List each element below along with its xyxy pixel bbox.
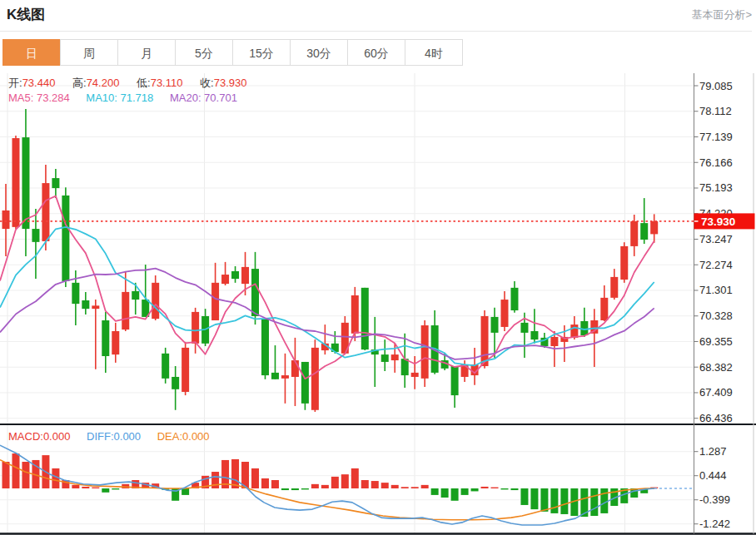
macd-bar: [72, 485, 79, 488]
candle-body: [231, 271, 239, 279]
axis-label: -1.242: [699, 518, 730, 530]
tab-week[interactable]: 周: [60, 39, 118, 66]
macd-bar: [12, 453, 19, 488]
macd-bar: [102, 488, 109, 493]
candles: [2, 109, 659, 412]
macd-value-legend: MACD:0.000: [8, 430, 70, 443]
low-label: 低:: [137, 77, 151, 89]
axis-label: 71.301: [699, 284, 733, 296]
candle-body: [501, 300, 509, 327]
open-value: 73.440: [22, 77, 56, 89]
axis-label: 1.287: [699, 445, 727, 458]
macd-bar: [431, 488, 439, 495]
axis-label: 73.247: [699, 233, 733, 245]
macd-bar: [182, 488, 189, 495]
macd-bar: [451, 488, 459, 501]
macd-bar: [391, 485, 399, 488]
macd-bar: [550, 488, 558, 513]
candle-body: [620, 246, 628, 280]
macd-bar: [471, 488, 479, 491]
tab-month[interactable]: 月: [117, 39, 176, 66]
ma5-line: [0, 196, 654, 379]
candle-body: [610, 277, 618, 298]
candle-body: [82, 300, 89, 309]
macd-bar: [251, 468, 259, 488]
chart-frame: [0, 73, 756, 534]
candle-body: [191, 312, 199, 344]
candle-body: [12, 138, 19, 227]
candle-body: [451, 366, 459, 395]
candle-body: [32, 229, 39, 242]
macd-bar: [441, 488, 449, 498]
candle-body: [261, 319, 269, 375]
tab-60min[interactable]: 60分: [347, 39, 405, 66]
candle-body: [391, 354, 399, 360]
ma-legend: MA5: 73.284 MA10: 71.718 MA20: 70.701: [8, 92, 237, 104]
open-label: 开:: [8, 77, 22, 89]
candle-body: [510, 288, 518, 310]
macd-legend: MACD:0.000 DIFF:0.000 DEA:0.000: [8, 430, 210, 443]
tab-4hour[interactable]: 4时: [405, 39, 463, 66]
candle-body: [92, 305, 99, 309]
candle-body: [520, 323, 528, 333]
candle-body: [640, 223, 648, 240]
axis-label: 75.193: [699, 181, 733, 194]
tab-15min[interactable]: 15分: [232, 39, 291, 66]
candle-body: [132, 291, 139, 300]
low-value: 73.110: [151, 77, 183, 89]
candle-body: [481, 316, 489, 366]
candle-body: [351, 295, 359, 334]
axis-label: 66.436: [699, 412, 733, 424]
candle-body: [411, 373, 419, 377]
macd-bar: [361, 480, 369, 488]
candle-body: [182, 348, 189, 392]
candle-body: [630, 221, 638, 246]
tab-30min[interactable]: 30分: [290, 39, 348, 66]
axis-label: 72.274: [699, 259, 733, 271]
macd-bar: [231, 459, 239, 488]
macd-bar: [401, 487, 409, 488]
axis-label: -0.399: [699, 493, 730, 506]
price-axis: 79.08578.11277.13976.16675.19374.22073.2…: [694, 80, 733, 531]
candle-body: [211, 283, 219, 320]
candle-body: [311, 348, 319, 410]
tab-day[interactable]: 日: [2, 39, 61, 66]
current-price-tag: 73.930: [694, 213, 755, 229]
candle-body: [112, 331, 119, 354]
macd-bar: [291, 488, 299, 490]
ohlc-legend: 开:73.440 高:74.200 低:73.110 收:73.930: [8, 76, 261, 91]
candle-body: [72, 283, 79, 304]
macd-bar: [461, 488, 469, 495]
macd-bar: [2, 462, 10, 488]
high-label: 高:: [72, 77, 87, 89]
candle-body: [530, 331, 538, 339]
candle-body: [600, 298, 608, 320]
tab-5min[interactable]: 5分: [175, 39, 233, 66]
macd-bar: [540, 488, 548, 512]
candle-body: [62, 196, 69, 281]
macd-bar: [271, 480, 279, 488]
macd-bar: [590, 488, 598, 516]
macd-bar: [261, 478, 269, 488]
candle-body: [421, 325, 429, 379]
macd-bar: [530, 488, 538, 509]
candle-body: [281, 375, 289, 379]
candle-body: [301, 362, 309, 404]
candle-body: [361, 288, 369, 349]
close-value: 73.930: [214, 77, 247, 89]
period-tabbar: 日周月5分15分30分60分4时: [2, 39, 462, 66]
candle-body: [381, 354, 389, 362]
candle-body: [650, 221, 658, 234]
axis-label: 78.112: [699, 105, 732, 117]
candle-body: [570, 324, 578, 338]
ma10-legend: MA10: 71.718: [86, 92, 153, 104]
axis-label: 69.355: [699, 335, 733, 348]
macd-bar: [351, 468, 359, 488]
axis-label: 70.328: [699, 310, 733, 322]
ma-lines: [0, 196, 654, 379]
candle-body: [550, 337, 558, 346]
candle-body: [22, 137, 29, 229]
candle-body: [241, 267, 249, 284]
macd-bar: [301, 488, 309, 489]
macd-bar: [520, 488, 528, 505]
